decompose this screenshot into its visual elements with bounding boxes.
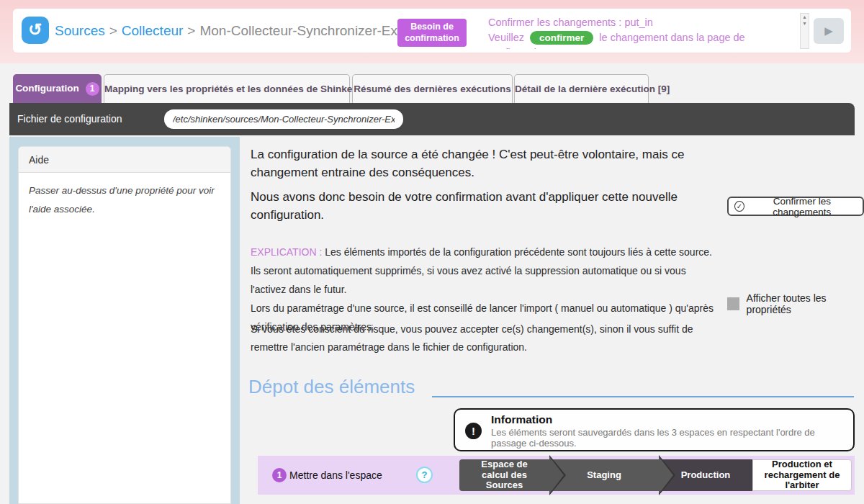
- aide-panel: Aide Passer au-dessus d'une propriété po…: [18, 146, 231, 504]
- config-file-bar: Fichier de configuration: [9, 103, 855, 135]
- message-scrollbar[interactable]: ▲ ▼: [800, 13, 809, 49]
- step-label: Production et rechargement de l'arbiter: [753, 459, 851, 492]
- breadcrumb-link-sources[interactable]: Sources: [55, 23, 105, 38]
- aide-panel-title: Aide: [19, 147, 230, 173]
- top-banner: ↺ Sources>Collecteur>Mon-Collecteur-Sync…: [0, 0, 864, 63]
- config-file-label: Fichier de configuration: [17, 103, 122, 135]
- warning-paragraph-2: Nous avons donc besoin de votre confirma…: [251, 189, 717, 224]
- breadcrumb-separator: >: [183, 23, 199, 38]
- play-button[interactable]: ▶: [814, 18, 844, 44]
- step-espace-calcul-sources[interactable]: Espace de calcul des Sources: [459, 459, 549, 491]
- section-title-depot: Dépot des éléments: [248, 376, 415, 398]
- message-line1: Confirmer les changements : put_in: [488, 15, 796, 30]
- information-text: Les éléments seront sauvegardés dans les…: [491, 427, 844, 449]
- badge-line2: confirmation: [397, 33, 467, 45]
- put-in-space-row: 1 Mettre dans l'espace ? Espace de calcu…: [258, 456, 855, 495]
- information-box: ! Information Les éléments seront sauveg…: [454, 408, 855, 451]
- breadcrumb: Sources>Collecteur>Mon-Collecteur-Synchr…: [55, 9, 415, 53]
- confirmation-needed-badge: Besoin de confirmation: [397, 19, 467, 47]
- put-in-space-label: Mettre dans l'espace: [289, 456, 382, 495]
- show-all-properties-label: Afficher toutes les propriétés: [747, 292, 864, 315]
- breadcrumb-separator: >: [105, 23, 122, 38]
- confirmer-button[interactable]: confirmer: [530, 31, 593, 45]
- message-line2-suffix: le changement dans la page de configurat…: [488, 32, 745, 49]
- message-line2: Veuillez confirmer le changement dans la…: [488, 30, 796, 49]
- step-number-badge: 1: [272, 468, 287, 482]
- show-all-properties: Afficher toutes les propriétés: [727, 292, 864, 315]
- aide-panel-text: Passer au-dessus d'une propriété pour vo…: [19, 173, 230, 227]
- step-label: Espace de calcul des Sources: [459, 459, 549, 492]
- help-sidebar: Aide Passer au-dessus d'une propriété po…: [9, 137, 240, 504]
- risk-paragraph: Si vous êtes conscient du risque, vous p…: [251, 320, 720, 356]
- confirm-changes-button[interactable]: ✓ Confirmer les changements: [727, 197, 864, 216]
- tab-configuration-label: Configuration: [15, 83, 78, 94]
- step-label: Staging: [577, 470, 631, 481]
- sync-icon: ↺: [22, 17, 49, 44]
- message-line2-prefix: Veuillez: [488, 32, 524, 43]
- scroll-down-icon[interactable]: ▼: [801, 20, 809, 27]
- tab-count-badge: 1: [86, 82, 99, 96]
- main-content: La configuration de la source a été chan…: [240, 137, 864, 504]
- section-divider: [432, 396, 854, 397]
- check-circle-icon: ✓: [734, 201, 744, 212]
- tab-detail-execution[interactable]: Détail de la dernière exécution [9]: [514, 74, 649, 103]
- scroll-up-icon[interactable]: ▲: [801, 14, 809, 20]
- confirmation-message[interactable]: Confirmer les changements : put_in Veuil…: [488, 15, 796, 49]
- chevron-right-icon: [659, 456, 673, 494]
- breadcrumb-link-collecteur[interactable]: Collecteur: [122, 23, 184, 38]
- show-all-properties-checkbox[interactable]: [727, 297, 739, 310]
- information-title: Information: [491, 413, 552, 426]
- step-production-rechargement[interactable]: Production et rechargement de l'arbiter: [752, 459, 852, 491]
- warning-paragraph-1: La configuration de la source a été chan…: [251, 146, 717, 181]
- explanation-label: EXPLICATION :: [251, 246, 322, 258]
- breadcrumb-current: Mon-Collecteur-Synchronizer-Excel: [199, 23, 415, 38]
- exclamation-icon: !: [465, 423, 482, 439]
- chevron-right-icon: [549, 456, 564, 494]
- help-icon[interactable]: ?: [416, 467, 433, 483]
- step-label: Production: [671, 470, 741, 481]
- header-card: ↺ Sources>Collecteur>Mon-Collecteur-Sync…: [13, 9, 851, 53]
- config-file-input[interactable]: [164, 109, 403, 129]
- tab-mapping[interactable]: Mapping vers les propriétés et les donné…: [104, 74, 350, 103]
- tab-resume-executions[interactable]: Résumé des dernières exécutions: [352, 74, 513, 103]
- confirm-changes-label: Confirmer les changements: [749, 196, 855, 217]
- badge-line1: Besoin de: [397, 22, 467, 33]
- tab-configuration[interactable]: Configuration 1: [13, 74, 102, 103]
